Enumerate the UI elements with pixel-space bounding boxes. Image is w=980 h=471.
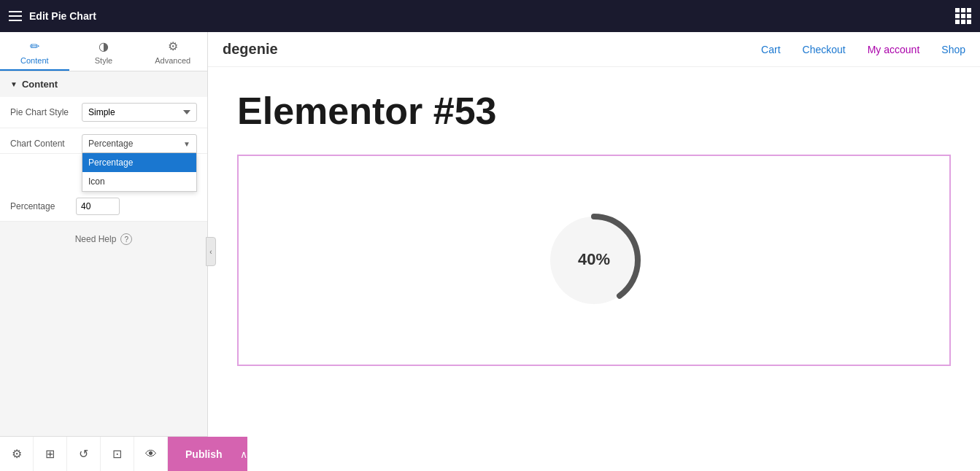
hamburger-menu[interactable] (9, 11, 22, 21)
content-tab-icon: ✏ (30, 39, 39, 53)
top-bar-right (955, 8, 971, 24)
nav-cart[interactable]: Cart (761, 44, 780, 55)
chart-percentage-label: 40% (578, 250, 610, 268)
history-tool-btn[interactable]: ↺ (67, 437, 101, 472)
section-label: Content (22, 79, 58, 90)
style-tab-icon: ◑ (99, 39, 109, 53)
pie-chart-wrapper: 40% (536, 202, 652, 319)
section-arrow-icon: ▼ (10, 80, 18, 88)
pie-chart-style-label: Pie Chart Style (10, 107, 76, 117)
tab-content-label: Content (20, 56, 49, 65)
tab-content[interactable]: ✏ Content (0, 32, 69, 71)
left-panel: ✏ Content ◑ Style ⚙ Advanced ▼ Content P… (0, 32, 208, 471)
responsive-tool-btn[interactable]: ⊡ (101, 437, 134, 472)
nav-myaccount[interactable]: My account (868, 44, 920, 55)
grid-view-icon[interactable] (955, 8, 971, 24)
site-logo: degenie (223, 41, 278, 58)
layers-tool-btn[interactable]: ⊞ (34, 437, 67, 472)
settings-tool-btn[interactable]: ⚙ (0, 437, 34, 472)
dropdown-arrow-icon: ▼ (183, 140, 190, 148)
bottom-tools: ⚙ ⊞ ↺ ⊡ 👁 (0, 437, 168, 472)
help-circle-icon: ? (120, 233, 132, 245)
chart-content-dropdown-container: Percentage ▼ Percentage Icon (82, 134, 197, 153)
pie-chart-svg: 40% (536, 202, 652, 319)
advanced-tab-icon: ⚙ (168, 39, 178, 53)
need-help-label: Need Help (75, 234, 117, 244)
dropdown-option-icon[interactable]: Icon (82, 172, 196, 191)
page-title: Elementor #53 (237, 89, 951, 133)
canvas-area: Elementor #53 40% (208, 67, 980, 471)
widget-box[interactable]: 40% (237, 155, 951, 366)
site-nav: degenie Cart Checkout My account Shop (208, 32, 980, 67)
need-help[interactable]: Need Help ? (0, 222, 207, 257)
panel-content: ▼ Content Pie Chart Style Simple Chart C… (0, 71, 207, 436)
chart-content-dropdown-list: Percentage Icon (82, 153, 197, 192)
publish-options-btn[interactable]: ∧ (240, 437, 247, 472)
right-content: degenie Cart Checkout My account Shop El… (208, 32, 980, 471)
tab-bar: ✏ Content ◑ Style ⚙ Advanced (0, 32, 207, 71)
chart-content-select-display[interactable]: Percentage ▼ (82, 134, 197, 153)
preview-tool-btn[interactable]: 👁 (134, 437, 168, 472)
tab-style-label: Style (95, 56, 112, 65)
chart-content-label: Chart Content (10, 134, 76, 149)
top-bar: Edit Pie Chart (0, 0, 980, 32)
tab-advanced-label: Advanced (155, 56, 190, 65)
percentage-input[interactable] (76, 198, 120, 215)
top-bar-left: Edit Pie Chart (9, 10, 96, 22)
publish-button[interactable]: Publish (168, 437, 240, 472)
tab-advanced[interactable]: ⚙ Advanced (138, 32, 207, 71)
nav-checkout[interactable]: Checkout (803, 44, 846, 55)
top-bar-title: Edit Pie Chart (29, 10, 96, 22)
main-layout: ✏ Content ◑ Style ⚙ Advanced ▼ Content P… (0, 32, 980, 471)
bottom-toolbar: ⚙ ⊞ ↺ ⊡ 👁 Publish ∧ (0, 436, 207, 471)
collapse-panel-handle[interactable]: ‹ (206, 237, 216, 266)
chart-content-selected-value: Percentage (88, 139, 133, 149)
pie-chart-style-group: Pie Chart Style Simple (0, 97, 207, 128)
tab-style[interactable]: ◑ Style (69, 32, 139, 71)
nav-shop[interactable]: Shop (941, 44, 965, 55)
percentage-label: Percentage (10, 201, 76, 211)
content-section-header[interactable]: ▼ Content (0, 71, 207, 97)
dropdown-option-percentage[interactable]: Percentage (82, 153, 196, 172)
chart-content-group: Chart Content Percentage ▼ Percentage Ic… (0, 128, 207, 154)
pie-chart-style-select[interactable]: Simple (82, 103, 197, 122)
